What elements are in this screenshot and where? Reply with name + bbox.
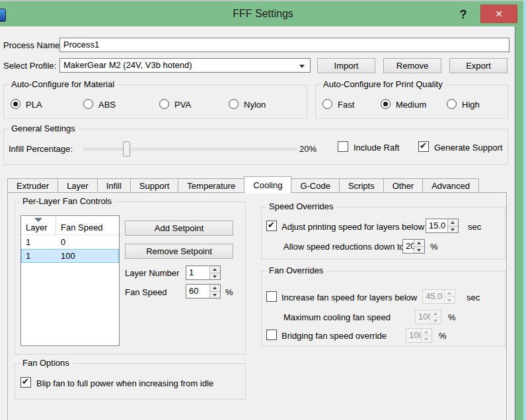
title-bar: FFF Settings ? ✕ [0,0,526,26]
spin-up-button[interactable] [422,329,432,336]
spin-up-button[interactable] [414,240,424,247]
fan-speed-unit: % [225,287,233,297]
spin-down-button[interactable] [422,336,432,343]
bridging-fan-value: 100 [406,329,421,342]
tab-infill[interactable]: Infill [97,178,131,193]
max-cooling-value: 100 [416,310,430,324]
table-header[interactable]: Layer Fan Speed [21,216,119,235]
adjust-speed-value[interactable]: 15.0 [426,219,447,232]
radio-medium[interactable] [381,99,391,109]
speed-overrides-title: Speed Overrides [266,201,336,211]
tab-other[interactable]: Other [383,178,424,193]
increase-fan-spinner[interactable]: 45.0 [422,289,455,304]
infill-percentage-label: Infill Percentage: [9,144,73,154]
bridging-fan-spinner[interactable]: 100 [406,328,432,343]
general-group: General Settings Infill Percentage: 20% … [3,129,508,165]
column-header-fan-speed[interactable]: Fan Speed [56,216,119,234]
radio-abs[interactable] [83,99,93,109]
select-profile-label: Select Profile: [3,61,56,71]
radio-medium-label: Medium [396,100,426,110]
fan-setpoint-table[interactable]: Layer Fan Speed 1 0 1 100 [20,215,120,346]
allow-reductions-spinner[interactable]: 20 [402,239,425,254]
radio-pla-label: PLA [26,100,42,110]
allow-reductions-unit: % [430,242,438,252]
fan-options-group: Fan Options Blip fan to full power when … [15,363,246,400]
infill-slider-track[interactable] [83,148,297,151]
bridging-fan-checkbox[interactable] [266,330,277,340]
cell-fan-speed: 0 [56,235,119,249]
infill-slider-handle[interactable] [123,141,130,157]
profile-dropdown[interactable]: MakerGear M2 (24V, V3b hotend) [59,58,311,73]
spin-up-button[interactable] [448,219,458,227]
adjust-speed-label: Adjust printing speed for layers below [282,222,424,232]
allow-reductions-value[interactable]: 20 [403,240,414,253]
tab-bar: Extruder Layer Infill Support Temperatur… [7,178,478,193]
spin-down-button[interactable] [431,318,441,324]
radio-high-label: High [462,100,480,110]
cell-fan-speed: 100 [56,249,119,263]
increase-fan-checkbox[interactable] [266,291,277,302]
increase-fan-unit: sec [467,293,480,302]
export-button[interactable]: Export [449,58,507,73]
material-group-title: Auto-Configure for Material [9,79,117,89]
adjust-speed-spinner[interactable]: 15.0 [426,219,459,233]
remove-button[interactable]: Remove [383,58,441,73]
tab-temperature[interactable]: Temperature [178,178,244,193]
tab-extruder[interactable]: Extruder [7,178,58,193]
remove-setpoint-button[interactable]: Remove Setpoint [125,244,233,259]
spin-up-button[interactable] [431,310,441,318]
radio-pla[interactable] [11,99,20,109]
help-button[interactable]: ? [456,6,470,23]
general-group-title: General Settings [9,123,78,133]
fan-speed-spinner[interactable]: 60 [186,284,221,298]
add-setpoint-button[interactable]: Add Setpoint [125,221,233,236]
bridging-fan-unit: % [439,331,447,341]
profile-dropdown-value: MakerGear M2 (24V, V3b hotend) [63,60,192,70]
tab-gcode[interactable]: G-Code [291,178,340,193]
material-group: Auto-Configure for Material PLA ABS PVA … [3,85,307,119]
radio-nylon-label: Nylon [244,100,266,110]
process-name-input[interactable]: Process1 [59,38,509,52]
radio-fast[interactable] [322,99,332,109]
spin-down-button[interactable] [210,292,220,298]
spin-down-button[interactable] [448,227,458,233]
spin-down-button[interactable] [210,273,220,280]
blip-fan-checkbox[interactable] [20,377,31,388]
radio-pva[interactable] [159,99,169,109]
layer-number-value[interactable]: 1 [186,266,209,279]
include-raft-checkbox[interactable] [338,141,348,152]
fan-speed-value[interactable]: 60 [186,285,209,298]
adjust-speed-checkbox[interactable] [266,221,277,231]
radio-high[interactable] [447,99,457,109]
chevron-down-icon [299,65,305,68]
tab-scripts[interactable]: Scripts [339,178,384,193]
table-row-selected[interactable]: 1 100 [21,249,119,263]
radio-fast-label: Fast [338,100,354,110]
fan-overrides-title: Fan Overrides [266,265,326,275]
spin-up-button[interactable] [210,266,220,273]
max-cooling-spinner[interactable]: 100 [415,310,441,324]
spin-down-button[interactable] [414,247,424,254]
per-layer-fan-group: Per-Layer Fan Controls Layer Fan Speed 1… [15,201,246,355]
quality-group-title: Auto-Configure for Print Quality [320,79,445,89]
spin-down-button[interactable] [445,297,455,304]
generate-support-checkbox[interactable] [418,141,429,152]
spin-up-button[interactable] [445,290,455,297]
layer-number-spinner[interactable]: 1 [186,265,221,280]
allow-reductions-label: Allow speed reductions down to [283,242,404,252]
spin-up-button[interactable] [210,285,220,292]
tab-cooling[interactable]: Cooling [244,176,291,193]
tab-layer[interactable]: Layer [57,178,98,193]
import-button[interactable]: Import [317,58,375,73]
increase-fan-label: Increase fan speed for layers below [282,293,417,302]
tab-advanced[interactable]: Advanced [422,178,479,193]
radio-nylon[interactable] [229,99,239,109]
tab-support[interactable]: Support [130,178,179,193]
close-button[interactable]: ✕ [480,5,517,23]
adjust-speed-unit: sec [468,222,481,232]
include-raft-label: Include Raft [354,143,399,153]
max-cooling-label: Maximum cooling fan speed [283,312,391,322]
radio-abs-label: ABS [98,100,116,110]
table-row[interactable]: 1 0 [21,235,119,249]
speed-overrides-group: Speed Overrides Adjust printing speed fo… [261,207,506,260]
